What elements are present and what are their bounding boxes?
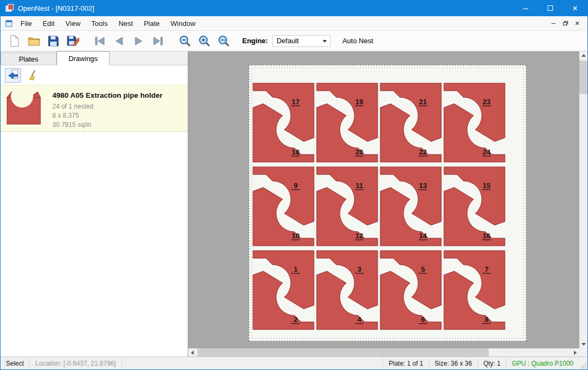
- save-icon: [47, 35, 60, 48]
- nest-tile-23-24[interactable]: 2324: [443, 82, 506, 163]
- zoom-fit-button[interactable]: 100: [214, 32, 234, 50]
- status-qty: Qty: 1: [477, 357, 506, 370]
- part-number: 10: [292, 232, 299, 240]
- toolbar-separator: [83, 31, 90, 51]
- part-number: 7: [484, 265, 488, 273]
- part-number: 19: [355, 98, 363, 106]
- maximize-button[interactable]: [538, 0, 563, 16]
- part-number: 20: [355, 148, 363, 156]
- drawing-title: 4980 A05 Extraction pipe holder: [52, 91, 162, 99]
- tab-plates[interactable]: Plates: [1, 52, 57, 65]
- main-toolbar: 100 Engine: Default Auto Nest: [1, 31, 587, 51]
- nest-canvas[interactable]: 171819202122232491011121314151612345678: [188, 51, 579, 348]
- part-number: 11: [355, 181, 363, 190]
- part-thumbnail: [5, 90, 44, 127]
- horizontal-scrollbar[interactable]: [188, 348, 579, 356]
- tab-drawings[interactable]: Drawings: [57, 51, 110, 65]
- status-size: Size: 36 x 36: [429, 357, 477, 370]
- auto-nest-button[interactable]: Auto Nest: [339, 35, 377, 47]
- nest-tile-9-10[interactable]: 910: [252, 166, 315, 247]
- part-number: 5: [421, 265, 425, 273]
- last-plate-button[interactable]: [148, 32, 168, 50]
- resize-grip[interactable]: [579, 357, 587, 370]
- close-button[interactable]: ✕: [563, 0, 587, 16]
- document-icon[interactable]: [5, 19, 13, 28]
- part-number: 2: [293, 315, 297, 324]
- part-number: 12: [355, 232, 363, 240]
- menu-item-nest[interactable]: Nest: [113, 16, 139, 30]
- menu-item-window[interactable]: Window: [165, 16, 201, 30]
- first-plate-button[interactable]: [90, 32, 110, 50]
- nest-tile-13-14[interactable]: 1314: [379, 166, 442, 247]
- scroll-right-icon[interactable]: [571, 348, 579, 356]
- maximize-icon: [548, 5, 553, 11]
- drawing-nested-count: 24 of 1 nested: [52, 102, 162, 111]
- menu-item-tools[interactable]: Tools: [86, 16, 113, 30]
- scrollbar-corner: [579, 348, 587, 356]
- nest-grid: 171819202122232491011121314151612345678: [252, 82, 506, 331]
- sidebar: Plates Drawings: [1, 51, 188, 356]
- new-file-icon: [8, 35, 21, 48]
- drawing-list-item[interactable]: 4980 A05 Extraction pipe holder 24 of 1 …: [1, 85, 188, 132]
- menu-item-file[interactable]: File: [15, 16, 37, 30]
- zoom-in-icon: [198, 35, 211, 48]
- nest-tile-3-4[interactable]: 34: [316, 250, 379, 331]
- previous-arrow-icon: [113, 35, 126, 48]
- child-minimize-button[interactable]: ─: [548, 18, 559, 29]
- app-window: OpenNest - [N0317-002] ─ ✕ FileEditViewT…: [0, 0, 588, 370]
- nest-tile-5-6[interactable]: 56: [379, 250, 442, 331]
- menu-items: FileEditViewToolsNestPlateWindow: [15, 16, 201, 30]
- restore-icon: [563, 21, 568, 25]
- mdi-window-controls: ─ ✕: [548, 18, 587, 29]
- engine-select[interactable]: Default: [272, 35, 331, 47]
- scroll-down-icon[interactable]: [579, 340, 587, 348]
- save-edit-button[interactable]: [63, 32, 83, 50]
- minimize-button[interactable]: ─: [513, 0, 538, 16]
- engine-value: Default: [277, 37, 299, 45]
- menu-item-view[interactable]: View: [60, 16, 86, 30]
- open-file-button[interactable]: [24, 32, 44, 50]
- page-arrow-icon: [7, 69, 19, 81]
- nest-tile-17-18[interactable]: 1718: [252, 82, 315, 163]
- nest-tile-11-12[interactable]: 1112: [316, 166, 379, 247]
- assign-to-plate-button[interactable]: [5, 68, 21, 83]
- save-button[interactable]: [44, 32, 63, 50]
- child-restore-button[interactable]: [559, 18, 571, 29]
- drawing-area: 30.7815 sq/in: [52, 120, 162, 130]
- next-plate-button[interactable]: [129, 32, 148, 50]
- zoom-out-button[interactable]: [175, 32, 195, 50]
- child-close-button[interactable]: ✕: [571, 18, 583, 29]
- scroll-left-icon[interactable]: [188, 348, 196, 356]
- nest-tile-7-8[interactable]: 78: [443, 250, 506, 331]
- nest-tile-21-22[interactable]: 2122: [379, 82, 442, 163]
- toolbar-separator: [168, 31, 175, 51]
- first-arrow-icon: [93, 35, 106, 48]
- nest-tile-15-16[interactable]: 1516: [443, 166, 506, 247]
- menu-item-edit[interactable]: Edit: [37, 16, 60, 30]
- part-number: 16: [483, 232, 490, 240]
- main-area: Plates Drawings: [1, 51, 587, 356]
- part-number: 9: [293, 181, 297, 190]
- part-number: 14: [419, 232, 427, 240]
- zoom-in-button[interactable]: [195, 32, 214, 50]
- titlebar: OpenNest - [N0317-002] ─ ✕: [1, 0, 587, 16]
- part-number: 15: [483, 181, 490, 190]
- menu-item-plate[interactable]: Plate: [138, 16, 165, 30]
- zoom-out-icon: [179, 35, 192, 48]
- drawing-dimensions: 8 x 8.375: [52, 111, 162, 120]
- vertical-scroll-thumb[interactable]: [579, 60, 587, 94]
- resize-grip-icon: [580, 362, 586, 369]
- nest-tile-1-2[interactable]: 12: [252, 250, 315, 331]
- horizontal-scroll-thumb[interactable]: [197, 348, 489, 356]
- chevron-down-icon: [323, 40, 327, 43]
- clear-nest-button[interactable]: [25, 68, 42, 83]
- plate[interactable]: 171819202122232491011121314151612345678: [249, 65, 527, 341]
- vertical-scrollbar[interactable]: [579, 51, 587, 348]
- previous-plate-button[interactable]: [110, 32, 129, 50]
- new-file-button[interactable]: [5, 32, 24, 50]
- scroll-up-icon[interactable]: [579, 51, 587, 59]
- nest-tile-19-20[interactable]: 1920: [316, 82, 379, 163]
- broom-icon: [28, 69, 39, 81]
- canvas-wrap: 171819202122232491011121314151612345678: [188, 51, 587, 356]
- part-number: 22: [419, 148, 427, 156]
